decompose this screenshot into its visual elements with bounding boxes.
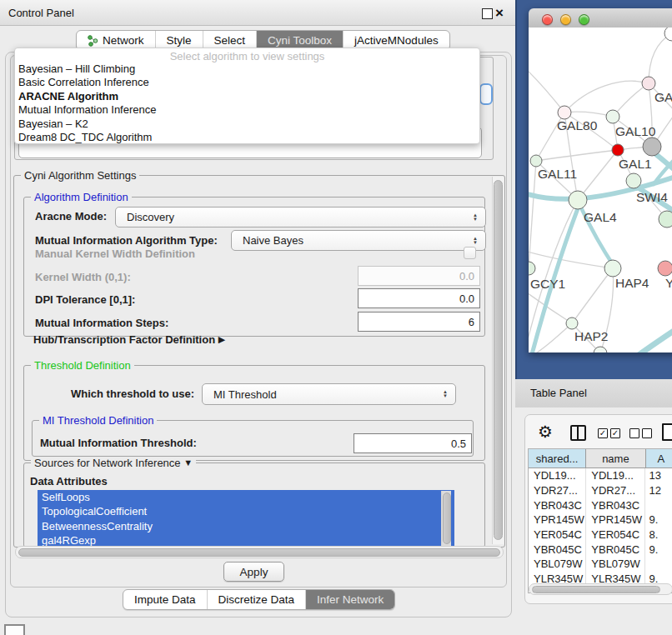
- table-row[interactable]: YBL079WYBL079W: [529, 557, 672, 572]
- float-panel-icon[interactable]: [482, 8, 493, 19]
- table-cell: 13: [645, 468, 672, 483]
- dropdown-item[interactable]: Bayesian – Hill Climbing: [15, 62, 479, 76]
- network-canvas[interactable]: GALGAL80GAL10GAL1GAL11SWI4GAL4GCY1HAP4YH…: [529, 28, 672, 352]
- expander-expanded-icon: ▼: [183, 458, 193, 468]
- table-row[interactable]: YER054CYER054C8.: [529, 528, 672, 542]
- mi-steps-field[interactable]: 6: [358, 312, 480, 332]
- table-cell: YPR145W: [529, 512, 586, 528]
- network-window[interactable]: GALGAL80GAL10GAL1GAL11SWI4GAL4GCY1HAP4YH…: [529, 8, 672, 352]
- close-window-icon[interactable]: [542, 14, 553, 25]
- cyni-settings-legend: Cyni Algorithm Settings: [21, 169, 139, 182]
- aracne-mode-combobox[interactable]: Discovery ▲▼: [115, 207, 486, 228]
- network-node[interactable]: [606, 110, 619, 123]
- table-row[interactable]: YPR145WYPR145W9.: [529, 512, 672, 528]
- algorithm-dropdown-list: Select algorithm to view settings Bayesi…: [14, 48, 480, 144]
- document-icon[interactable]: [662, 423, 672, 441]
- table-cell: 9.: [645, 512, 672, 528]
- collapsed-panel-icon[interactable]: [4, 624, 25, 635]
- dropdown-item[interactable]: Mutual Information Inference: [15, 103, 479, 117]
- minimize-window-icon[interactable]: [560, 14, 571, 25]
- dropdown-prompt: Select algorithm to view settings: [15, 50, 479, 62]
- hub-definition-label: Hub/Transcription Factor Definition: [33, 333, 215, 346]
- mi-threshold-field[interactable]: 0.5: [354, 433, 472, 453]
- network-window-titlebar[interactable]: [529, 8, 672, 28]
- column-header-name[interactable]: name: [586, 449, 645, 468]
- hub-definition-expander[interactable]: Hub/Transcription Factor Definition ▶: [33, 333, 225, 346]
- column-header-shared...[interactable]: shared...: [529, 449, 586, 468]
- table-hscroll-thumb[interactable]: [532, 586, 660, 593]
- manual-kernel-checkbox[interactable]: [464, 247, 476, 259]
- data-attributes-list: SelfLoopsTopologicalCoefficientBetweenne…: [38, 490, 454, 548]
- combo-stepper-icon: ▲▼: [473, 237, 478, 245]
- settings-vertical-scrollbar[interactable]: [492, 177, 504, 544]
- which-threshold-label: Which threshold to use:: [71, 388, 194, 400]
- attributes-vscroll-thumb[interactable]: [443, 492, 451, 544]
- table-row[interactable]: YDL19...YDL19...13: [529, 468, 672, 483]
- tab-infer-network[interactable]: Infer Network: [306, 590, 394, 609]
- deselect-all-icon-2[interactable]: [642, 428, 652, 438]
- close-panel-icon[interactable]: ×: [495, 8, 504, 18]
- network-edges-thick: [529, 151, 672, 352]
- network-node[interactable]: [530, 155, 542, 167]
- network-node[interactable]: [612, 144, 624, 156]
- data-attributes-label: Data Attributes: [30, 475, 108, 488]
- network-node[interactable]: [604, 260, 621, 277]
- network-node[interactable]: [626, 173, 641, 188]
- manual-kernel-label: Manual Kernel Width Definition: [35, 248, 195, 260]
- node-label: SWI4: [636, 190, 668, 204]
- apply-button[interactable]: Apply: [223, 562, 284, 582]
- dropdown-item[interactable]: Dream8 DC_TDC Algorithm: [15, 131, 479, 144]
- network-node[interactable]: [569, 191, 587, 209]
- dropdown-item[interactable]: Bayesian – K2: [15, 118, 479, 131]
- node-label: GAL4: [584, 210, 617, 224]
- attribute-item[interactable]: SelfLoops: [38, 490, 454, 504]
- control-panel-titlebar: [0, 0, 517, 26]
- dropdown-items: Bayesian – Hill ClimbingBasic Correlatio…: [15, 62, 479, 144]
- dpi-tolerance-field[interactable]: 0.0: [358, 288, 480, 308]
- settings-vscroll-thumb[interactable]: [494, 180, 503, 540]
- attribute-item[interactable]: BetweennessCentrality: [38, 519, 454, 533]
- mi-threshold-legend: MI Threshold Definition: [39, 414, 157, 427]
- network-node[interactable]: [566, 318, 578, 329]
- network-graph: GALGAL80GAL10GAL1GAL11SWI4GAL4GCY1HAP4YH…: [529, 28, 672, 352]
- attribute-item[interactable]: TopologicalCoefficient: [38, 504, 454, 518]
- table-cell: YBL079W: [529, 557, 586, 572]
- table-row[interactable]: YBR045CYBR045C9.: [529, 542, 672, 557]
- sources-legend-text: Sources for Network Inference: [34, 457, 181, 469]
- select-all-check-icon-2[interactable]: ✓: [610, 428, 620, 438]
- table-cell: 8.: [645, 528, 672, 542]
- attributes-vscrollbar[interactable]: [441, 491, 451, 546]
- settings-horizontal-scrollbar[interactable]: [15, 546, 504, 558]
- kernel-width-label: Kernel Width (0,1):: [35, 271, 131, 283]
- deselect-all-icon[interactable]: [629, 428, 639, 438]
- table-cell: YBR043C: [586, 498, 645, 512]
- network-node[interactable]: [642, 77, 655, 90]
- tab-impute-data[interactable]: Impute Data: [123, 590, 208, 609]
- network-node[interactable]: [659, 211, 672, 228]
- dropdown-item[interactable]: Basic Correlation Inference: [15, 76, 479, 89]
- dropdown-item[interactable]: ARACNE Algorithm: [15, 90, 479, 103]
- table-row[interactable]: YDR27...YDR27...12: [529, 483, 672, 498]
- bottom-tabbar: Impute DataDiscretize DataInfer Network: [123, 589, 395, 610]
- tab-discretize-data[interactable]: Discretize Data: [208, 590, 307, 609]
- mi-type-combobox[interactable]: Naive Bayes ▲▼: [231, 230, 486, 251]
- node-label: GAL1: [619, 157, 652, 171]
- gear-icon[interactable]: ⚙: [538, 422, 553, 442]
- combobox-arrow-fragment[interactable]: [479, 83, 493, 105]
- network-node[interactable]: [664, 28, 672, 41]
- select-all-check-icon[interactable]: ✓: [598, 428, 608, 438]
- kernel-width-field[interactable]: 0.0: [358, 266, 480, 286]
- network-node[interactable]: [643, 138, 661, 156]
- table-cell: YPR145W: [586, 512, 645, 528]
- column-browser-icon[interactable]: [570, 425, 586, 441]
- table-horizontal-scrollbar[interactable]: [529, 583, 672, 595]
- network-node[interactable]: [658, 261, 672, 276]
- zoom-window-icon[interactable]: [579, 14, 589, 25]
- network-node[interactable]: [558, 106, 571, 119]
- which-threshold-combobox[interactable]: MI Threshold ▲▼: [202, 383, 456, 405]
- node-label: GAL: [654, 90, 672, 104]
- settings-hscroll-thumb[interactable]: [18, 548, 500, 557]
- network-node[interactable]: [529, 262, 535, 275]
- table-row[interactable]: YBR043CYBR043C: [529, 498, 672, 512]
- column-header-A[interactable]: A: [646, 449, 672, 468]
